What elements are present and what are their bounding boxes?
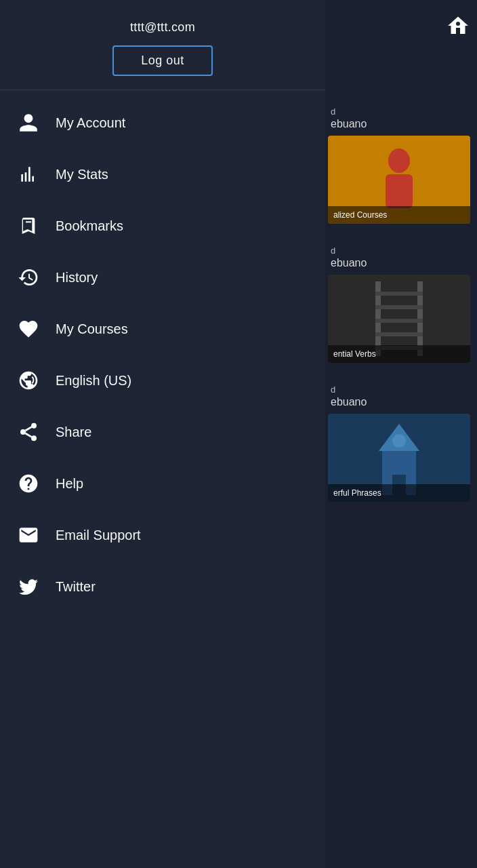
logout-button[interactable]: Log out [112, 45, 213, 76]
background-content: d ebuano alized Courses d ebuano [325, 0, 477, 868]
drawer-header: tttt@ttt.com Log out [0, 0, 325, 90]
course-card-2[interactable]: ential Verbs [328, 275, 470, 363]
bookmarks-label: Bookmarks [56, 218, 123, 234]
my-stats-label: My Stats [56, 167, 108, 182]
menu-item-my-stats[interactable]: My Stats [0, 149, 325, 200]
svg-line-19 [25, 427, 31, 431]
card-label-1: alized Courses [328, 206, 470, 224]
help-icon [16, 471, 41, 496]
menu-item-my-account[interactable]: My Account [0, 97, 325, 149]
bg-section-1: d ebuano alized Courses [325, 105, 477, 224]
svg-rect-14 [26, 221, 31, 222]
course-card-1[interactable]: alized Courses [328, 136, 470, 224]
svg-point-1 [388, 149, 410, 173]
card-label-2: ential Verbs [328, 345, 470, 363]
svg-rect-2 [386, 174, 413, 208]
help-label: Help [56, 476, 83, 492]
bg-section-2: d ebuano ential Verbs [325, 244, 477, 363]
lang-name-3: ebuano [325, 396, 477, 411]
home-icon[interactable] [446, 14, 470, 41]
lang-name-1: ebuano [325, 118, 477, 133]
menu-item-history[interactable]: History [0, 252, 325, 303]
svg-line-18 [25, 433, 31, 437]
menu-item-share[interactable]: Share [0, 406, 325, 458]
my-courses-label: My Courses [56, 321, 128, 337]
bookmarks-icon [16, 214, 41, 238]
twitter-icon [16, 574, 41, 599]
twitter-label: Twitter [56, 579, 96, 595]
svg-point-16 [20, 429, 26, 435]
history-icon [16, 265, 41, 290]
stats-icon [16, 162, 41, 186]
svg-point-0 [456, 22, 460, 26]
card-label-3: erful Phrases [328, 484, 470, 502]
svg-point-15 [31, 423, 37, 429]
menu-item-email-support[interactable]: Email Support [0, 509, 325, 561]
heart-icon [16, 317, 41, 341]
menu-list: My Account My Stats Bookmarks [0, 90, 325, 868]
lang-prefix-1: d [325, 105, 477, 118]
lang-prefix-3: d [325, 383, 477, 396]
email-icon [16, 523, 41, 547]
menu-item-bookmarks[interactable]: Bookmarks [0, 200, 325, 252]
svg-rect-5 [375, 292, 423, 296]
menu-item-twitter[interactable]: Twitter [0, 561, 325, 612]
history-label: History [56, 270, 98, 285]
my-account-label: My Account [56, 115, 125, 131]
email-support-label: Email Support [56, 528, 141, 543]
course-card-3[interactable]: erful Phrases [328, 414, 470, 502]
svg-point-17 [31, 435, 37, 441]
svg-rect-7 [375, 319, 423, 323]
menu-item-english-us[interactable]: English (US) [0, 355, 325, 406]
account-icon [16, 111, 41, 135]
lang-name-2: ebuano [325, 257, 477, 272]
side-drawer: tttt@ttt.com Log out My Account My Stats [0, 0, 325, 868]
svg-rect-8 [375, 332, 423, 336]
bg-section-3: d ebuano erful Phrases [325, 383, 477, 502]
share-icon [16, 420, 41, 444]
svg-rect-6 [375, 305, 423, 309]
svg-point-12 [392, 434, 406, 448]
menu-item-help[interactable]: Help [0, 458, 325, 509]
lang-prefix-2: d [325, 244, 477, 257]
share-label: Share [56, 425, 91, 440]
language-icon [16, 368, 41, 393]
english-us-label: English (US) [56, 373, 131, 389]
menu-item-my-courses[interactable]: My Courses [0, 303, 325, 355]
user-email: tttt@ttt.com [130, 20, 195, 35]
